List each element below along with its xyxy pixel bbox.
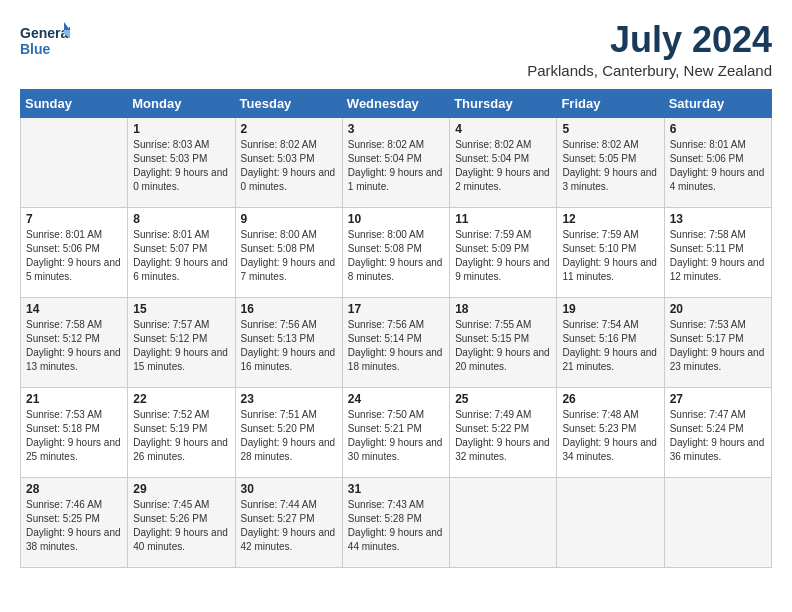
calendar-cell: 1 Sunrise: 8:03 AMSunset: 5:03 PMDayligh… xyxy=(128,117,235,207)
calendar-cell: 17 Sunrise: 7:56 AMSunset: 5:14 PMDaylig… xyxy=(342,297,449,387)
day-number: 25 xyxy=(455,392,551,406)
day-info: Sunrise: 7:56 AMSunset: 5:13 PMDaylight:… xyxy=(241,318,337,374)
calendar-cell: 21 Sunrise: 7:53 AMSunset: 5:18 PMDaylig… xyxy=(21,387,128,477)
day-number: 12 xyxy=(562,212,658,226)
day-number: 7 xyxy=(26,212,122,226)
calendar-cell: 15 Sunrise: 7:57 AMSunset: 5:12 PMDaylig… xyxy=(128,297,235,387)
week-row-2: 7 Sunrise: 8:01 AMSunset: 5:06 PMDayligh… xyxy=(21,207,772,297)
calendar-cell: 3 Sunrise: 8:02 AMSunset: 5:04 PMDayligh… xyxy=(342,117,449,207)
week-row-5: 28 Sunrise: 7:46 AMSunset: 5:25 PMDaylig… xyxy=(21,477,772,567)
calendar-cell: 4 Sunrise: 8:02 AMSunset: 5:04 PMDayligh… xyxy=(450,117,557,207)
day-number: 13 xyxy=(670,212,766,226)
calendar-cell: 5 Sunrise: 8:02 AMSunset: 5:05 PMDayligh… xyxy=(557,117,664,207)
calendar-cell: 31 Sunrise: 7:43 AMSunset: 5:28 PMDaylig… xyxy=(342,477,449,567)
calendar-cell: 24 Sunrise: 7:50 AMSunset: 5:21 PMDaylig… xyxy=(342,387,449,477)
header-saturday: Saturday xyxy=(664,89,771,117)
day-number: 14 xyxy=(26,302,122,316)
calendar-cell: 26 Sunrise: 7:48 AMSunset: 5:23 PMDaylig… xyxy=(557,387,664,477)
day-number: 18 xyxy=(455,302,551,316)
day-info: Sunrise: 7:56 AMSunset: 5:14 PMDaylight:… xyxy=(348,318,444,374)
calendar-cell: 10 Sunrise: 8:00 AMSunset: 5:08 PMDaylig… xyxy=(342,207,449,297)
calendar-cell: 27 Sunrise: 7:47 AMSunset: 5:24 PMDaylig… xyxy=(664,387,771,477)
day-info: Sunrise: 7:51 AMSunset: 5:20 PMDaylight:… xyxy=(241,408,337,464)
logo-svg: General Blue xyxy=(20,20,70,62)
title-block: July 2024 Parklands, Canterbury, New Zea… xyxy=(527,20,772,79)
day-info: Sunrise: 8:01 AMSunset: 5:06 PMDaylight:… xyxy=(670,138,766,194)
calendar-cell: 18 Sunrise: 7:55 AMSunset: 5:15 PMDaylig… xyxy=(450,297,557,387)
day-number: 28 xyxy=(26,482,122,496)
calendar-cell: 28 Sunrise: 7:46 AMSunset: 5:25 PMDaylig… xyxy=(21,477,128,567)
day-info: Sunrise: 7:54 AMSunset: 5:16 PMDaylight:… xyxy=(562,318,658,374)
day-number: 15 xyxy=(133,302,229,316)
day-info: Sunrise: 7:49 AMSunset: 5:22 PMDaylight:… xyxy=(455,408,551,464)
day-info: Sunrise: 8:02 AMSunset: 5:04 PMDaylight:… xyxy=(455,138,551,194)
day-number: 16 xyxy=(241,302,337,316)
header-monday: Monday xyxy=(128,89,235,117)
calendar-cell: 8 Sunrise: 8:01 AMSunset: 5:07 PMDayligh… xyxy=(128,207,235,297)
day-info: Sunrise: 7:52 AMSunset: 5:19 PMDaylight:… xyxy=(133,408,229,464)
day-info: Sunrise: 7:53 AMSunset: 5:17 PMDaylight:… xyxy=(670,318,766,374)
day-info: Sunrise: 8:00 AMSunset: 5:08 PMDaylight:… xyxy=(348,228,444,284)
calendar-cell: 16 Sunrise: 7:56 AMSunset: 5:13 PMDaylig… xyxy=(235,297,342,387)
day-info: Sunrise: 7:47 AMSunset: 5:24 PMDaylight:… xyxy=(670,408,766,464)
day-info: Sunrise: 7:53 AMSunset: 5:18 PMDaylight:… xyxy=(26,408,122,464)
day-number: 22 xyxy=(133,392,229,406)
day-info: Sunrise: 7:43 AMSunset: 5:28 PMDaylight:… xyxy=(348,498,444,554)
svg-text:Blue: Blue xyxy=(20,41,51,57)
day-number: 10 xyxy=(348,212,444,226)
calendar-cell: 6 Sunrise: 8:01 AMSunset: 5:06 PMDayligh… xyxy=(664,117,771,207)
calendar-cell: 23 Sunrise: 7:51 AMSunset: 5:20 PMDaylig… xyxy=(235,387,342,477)
calendar-header-row: SundayMondayTuesdayWednesdayThursdayFrid… xyxy=(21,89,772,117)
svg-text:General: General xyxy=(20,25,70,41)
header-thursday: Thursday xyxy=(450,89,557,117)
calendar-cell: 2 Sunrise: 8:02 AMSunset: 5:03 PMDayligh… xyxy=(235,117,342,207)
calendar-cell: 25 Sunrise: 7:49 AMSunset: 5:22 PMDaylig… xyxy=(450,387,557,477)
week-row-4: 21 Sunrise: 7:53 AMSunset: 5:18 PMDaylig… xyxy=(21,387,772,477)
day-number: 24 xyxy=(348,392,444,406)
day-number: 23 xyxy=(241,392,337,406)
day-info: Sunrise: 7:59 AMSunset: 5:10 PMDaylight:… xyxy=(562,228,658,284)
day-number: 9 xyxy=(241,212,337,226)
day-number: 27 xyxy=(670,392,766,406)
day-number: 1 xyxy=(133,122,229,136)
day-number: 2 xyxy=(241,122,337,136)
calendar-cell: 11 Sunrise: 7:59 AMSunset: 5:09 PMDaylig… xyxy=(450,207,557,297)
day-number: 26 xyxy=(562,392,658,406)
week-row-3: 14 Sunrise: 7:58 AMSunset: 5:12 PMDaylig… xyxy=(21,297,772,387)
day-info: Sunrise: 8:02 AMSunset: 5:05 PMDaylight:… xyxy=(562,138,658,194)
day-info: Sunrise: 7:44 AMSunset: 5:27 PMDaylight:… xyxy=(241,498,337,554)
month-year-title: July 2024 xyxy=(527,20,772,60)
day-number: 6 xyxy=(670,122,766,136)
day-info: Sunrise: 7:48 AMSunset: 5:23 PMDaylight:… xyxy=(562,408,658,464)
location-subtitle: Parklands, Canterbury, New Zealand xyxy=(527,62,772,79)
day-number: 17 xyxy=(348,302,444,316)
day-number: 11 xyxy=(455,212,551,226)
day-number: 19 xyxy=(562,302,658,316)
day-info: Sunrise: 7:50 AMSunset: 5:21 PMDaylight:… xyxy=(348,408,444,464)
day-info: Sunrise: 8:01 AMSunset: 5:06 PMDaylight:… xyxy=(26,228,122,284)
day-number: 5 xyxy=(562,122,658,136)
day-info: Sunrise: 8:01 AMSunset: 5:07 PMDaylight:… xyxy=(133,228,229,284)
day-number: 4 xyxy=(455,122,551,136)
day-number: 31 xyxy=(348,482,444,496)
calendar-cell: 19 Sunrise: 7:54 AMSunset: 5:16 PMDaylig… xyxy=(557,297,664,387)
day-number: 8 xyxy=(133,212,229,226)
calendar-cell: 29 Sunrise: 7:45 AMSunset: 5:26 PMDaylig… xyxy=(128,477,235,567)
day-info: Sunrise: 7:46 AMSunset: 5:25 PMDaylight:… xyxy=(26,498,122,554)
calendar-cell xyxy=(450,477,557,567)
week-row-1: 1 Sunrise: 8:03 AMSunset: 5:03 PMDayligh… xyxy=(21,117,772,207)
header-wednesday: Wednesday xyxy=(342,89,449,117)
calendar-table: SundayMondayTuesdayWednesdayThursdayFrid… xyxy=(20,89,772,568)
day-info: Sunrise: 8:00 AMSunset: 5:08 PMDaylight:… xyxy=(241,228,337,284)
day-info: Sunrise: 7:59 AMSunset: 5:09 PMDaylight:… xyxy=(455,228,551,284)
logo: General Blue xyxy=(20,20,70,62)
calendar-cell: 20 Sunrise: 7:53 AMSunset: 5:17 PMDaylig… xyxy=(664,297,771,387)
calendar-cell: 13 Sunrise: 7:58 AMSunset: 5:11 PMDaylig… xyxy=(664,207,771,297)
day-number: 30 xyxy=(241,482,337,496)
header-friday: Friday xyxy=(557,89,664,117)
day-info: Sunrise: 8:03 AMSunset: 5:03 PMDaylight:… xyxy=(133,138,229,194)
day-number: 3 xyxy=(348,122,444,136)
calendar-cell: 30 Sunrise: 7:44 AMSunset: 5:27 PMDaylig… xyxy=(235,477,342,567)
day-info: Sunrise: 7:58 AMSunset: 5:12 PMDaylight:… xyxy=(26,318,122,374)
calendar-cell xyxy=(664,477,771,567)
